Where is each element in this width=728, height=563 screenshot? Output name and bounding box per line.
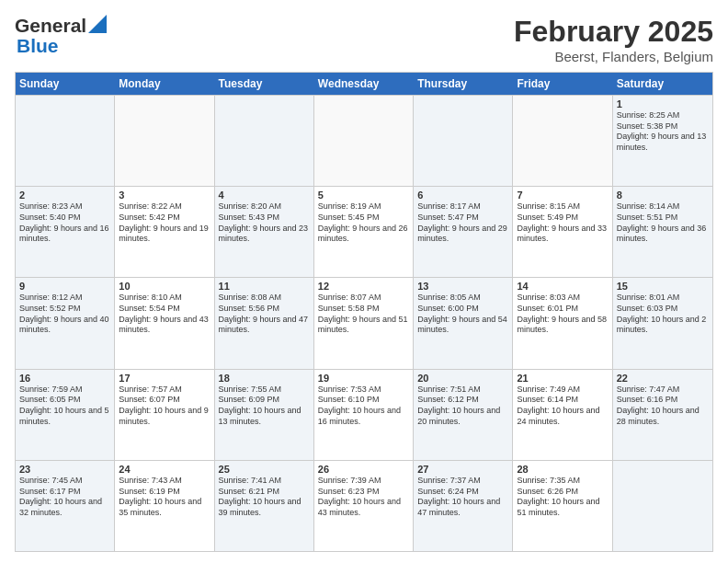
day-info-4-5: Sunrise: 7:35 AM Sunset: 6:26 PM Dayligh… [517, 476, 608, 519]
svg-marker-0 [88, 15, 107, 33]
day-info-2-4: Sunrise: 8:05 AM Sunset: 6:00 PM Dayligh… [417, 293, 508, 336]
day-number-4-2: 25 [219, 464, 310, 475]
day-info-3-3: Sunrise: 7:53 AM Sunset: 6:10 PM Dayligh… [318, 385, 409, 428]
day-number-3-4: 20 [417, 373, 508, 384]
day-number-3-6: 22 [617, 373, 709, 384]
week-row-3: 16Sunrise: 7:59 AM Sunset: 6:05 PM Dayli… [16, 369, 712, 460]
day-info-1-2: Sunrise: 8:20 AM Sunset: 5:43 PM Dayligh… [219, 201, 310, 245]
day-info-4-3: Sunrise: 7:39 AM Sunset: 6:23 PM Dayligh… [318, 476, 409, 519]
day-number-4-4: 27 [417, 464, 508, 475]
title-block: February 2025 Beerst, Flanders, Belgium [514, 15, 713, 64]
table-row: 26Sunrise: 7:39 AM Sunset: 6:23 PM Dayli… [314, 461, 414, 551]
day-info-4-2: Sunrise: 7:41 AM Sunset: 6:21 PM Dayligh… [219, 476, 310, 519]
table-row [215, 96, 314, 186]
day-number-2-3: 12 [318, 281, 409, 292]
day-number-3-5: 21 [517, 373, 608, 384]
day-info-1-4: Sunrise: 8:17 AM Sunset: 5:47 PM Dayligh… [417, 201, 508, 245]
header-sunday: Sunday [16, 73, 115, 95]
day-number-2-1: 10 [119, 281, 210, 292]
table-row: 3Sunrise: 8:22 AM Sunset: 5:42 PM Daylig… [115, 187, 214, 277]
day-number-4-5: 28 [517, 464, 608, 475]
day-info-1-6: Sunrise: 8:14 AM Sunset: 5:51 PM Dayligh… [617, 201, 709, 245]
logo-general: General [15, 15, 86, 37]
day-number-1-6: 8 [617, 190, 709, 201]
day-info-0-6: Sunrise: 8:25 AM Sunset: 5:38 PM Dayligh… [617, 110, 709, 154]
day-info-2-3: Sunrise: 8:07 AM Sunset: 5:58 PM Dayligh… [318, 293, 409, 336]
week-row-1: 2Sunrise: 8:23 AM Sunset: 5:40 PM Daylig… [16, 186, 712, 277]
table-row: 14Sunrise: 8:03 AM Sunset: 6:01 PM Dayli… [513, 278, 612, 368]
day-info-4-0: Sunrise: 7:45 AM Sunset: 6:17 PM Dayligh… [19, 476, 110, 519]
day-number-2-2: 11 [219, 281, 310, 292]
day-number-3-2: 18 [219, 373, 310, 384]
table-row: 7Sunrise: 8:15 AM Sunset: 5:49 PM Daylig… [513, 187, 612, 277]
table-row: 1Sunrise: 8:25 AM Sunset: 5:38 PM Daylig… [613, 96, 712, 186]
week-row-2: 9Sunrise: 8:12 AM Sunset: 5:52 PM Daylig… [16, 277, 712, 368]
day-info-1-5: Sunrise: 8:15 AM Sunset: 5:49 PM Dayligh… [517, 201, 608, 245]
header-tuesday: Tuesday [215, 73, 314, 95]
table-row [16, 96, 115, 186]
day-number-1-3: 5 [318, 190, 409, 201]
table-row: 20Sunrise: 7:51 AM Sunset: 6:12 PM Dayli… [414, 370, 513, 460]
table-row: 6Sunrise: 8:17 AM Sunset: 5:47 PM Daylig… [414, 187, 513, 277]
day-info-3-1: Sunrise: 7:57 AM Sunset: 6:07 PM Dayligh… [119, 385, 210, 428]
day-info-4-4: Sunrise: 7:37 AM Sunset: 6:24 PM Dayligh… [417, 476, 508, 519]
header-saturday: Saturday [613, 73, 712, 95]
day-info-2-2: Sunrise: 8:08 AM Sunset: 5:56 PM Dayligh… [219, 293, 310, 336]
logo-arrow-icon [88, 15, 107, 33]
header: General Blue February 2025 Beerst, Fland… [15, 15, 713, 64]
day-number-4-3: 26 [318, 464, 409, 475]
day-info-3-0: Sunrise: 7:59 AM Sunset: 6:05 PM Dayligh… [19, 385, 110, 428]
table-row: 2Sunrise: 8:23 AM Sunset: 5:40 PM Daylig… [16, 187, 115, 277]
day-number-0-6: 1 [617, 98, 709, 109]
table-row: 24Sunrise: 7:43 AM Sunset: 6:19 PM Dayli… [115, 461, 214, 551]
table-row: 16Sunrise: 7:59 AM Sunset: 6:05 PM Dayli… [16, 370, 115, 460]
table-row: 18Sunrise: 7:55 AM Sunset: 6:09 PM Dayli… [215, 370, 314, 460]
table-row: 22Sunrise: 7:47 AM Sunset: 6:16 PM Dayli… [613, 370, 712, 460]
table-row [414, 96, 513, 186]
day-info-3-6: Sunrise: 7:47 AM Sunset: 6:16 PM Dayligh… [617, 385, 709, 428]
table-row: 21Sunrise: 7:49 AM Sunset: 6:14 PM Dayli… [513, 370, 612, 460]
table-row: 23Sunrise: 7:45 AM Sunset: 6:17 PM Dayli… [16, 461, 115, 551]
page-title: February 2025 [514, 15, 713, 49]
day-info-1-3: Sunrise: 8:19 AM Sunset: 5:45 PM Dayligh… [318, 201, 409, 245]
day-number-2-6: 15 [617, 281, 709, 292]
week-row-4: 23Sunrise: 7:45 AM Sunset: 6:17 PM Dayli… [16, 460, 712, 551]
day-number-1-4: 6 [417, 190, 508, 201]
day-info-1-0: Sunrise: 8:23 AM Sunset: 5:40 PM Dayligh… [19, 201, 110, 245]
day-info-3-2: Sunrise: 7:55 AM Sunset: 6:09 PM Dayligh… [219, 385, 310, 428]
table-row: 13Sunrise: 8:05 AM Sunset: 6:00 PM Dayli… [414, 278, 513, 368]
calendar-body: 1Sunrise: 8:25 AM Sunset: 5:38 PM Daylig… [16, 95, 712, 551]
day-number-3-1: 17 [119, 373, 210, 384]
table-row: 17Sunrise: 7:57 AM Sunset: 6:07 PM Dayli… [115, 370, 214, 460]
table-row: 28Sunrise: 7:35 AM Sunset: 6:26 PM Dayli… [513, 461, 612, 551]
day-number-1-5: 7 [517, 190, 608, 201]
table-row: 5Sunrise: 8:19 AM Sunset: 5:45 PM Daylig… [314, 187, 414, 277]
table-row: 10Sunrise: 8:10 AM Sunset: 5:54 PM Dayli… [115, 278, 214, 368]
table-row: 25Sunrise: 7:41 AM Sunset: 6:21 PM Dayli… [215, 461, 314, 551]
day-number-4-0: 23 [19, 464, 110, 475]
day-info-4-1: Sunrise: 7:43 AM Sunset: 6:19 PM Dayligh… [119, 476, 210, 519]
table-row: 11Sunrise: 8:08 AM Sunset: 5:56 PM Dayli… [215, 278, 314, 368]
table-row: 4Sunrise: 8:20 AM Sunset: 5:43 PM Daylig… [215, 187, 314, 277]
day-number-1-1: 3 [119, 190, 210, 201]
table-row [314, 96, 414, 186]
day-info-2-0: Sunrise: 8:12 AM Sunset: 5:52 PM Dayligh… [19, 293, 110, 336]
day-info-2-5: Sunrise: 8:03 AM Sunset: 6:01 PM Dayligh… [517, 293, 608, 336]
table-row [613, 461, 712, 551]
table-row: 19Sunrise: 7:53 AM Sunset: 6:10 PM Dayli… [314, 370, 414, 460]
day-info-2-1: Sunrise: 8:10 AM Sunset: 5:54 PM Dayligh… [119, 293, 210, 336]
day-number-3-3: 19 [318, 373, 409, 384]
day-number-3-0: 16 [19, 373, 110, 384]
day-number-2-4: 13 [417, 281, 508, 292]
page-subtitle: Beerst, Flanders, Belgium [514, 49, 713, 64]
table-row: 12Sunrise: 8:07 AM Sunset: 5:58 PM Dayli… [314, 278, 414, 368]
page: General Blue February 2025 Beerst, Fland… [0, 0, 728, 563]
day-info-1-1: Sunrise: 8:22 AM Sunset: 5:42 PM Dayligh… [119, 201, 210, 245]
day-number-4-1: 24 [119, 464, 210, 475]
day-number-1-0: 2 [19, 190, 110, 201]
table-row: 9Sunrise: 8:12 AM Sunset: 5:52 PM Daylig… [16, 278, 115, 368]
day-number-2-0: 9 [19, 281, 110, 292]
day-number-2-5: 14 [517, 281, 608, 292]
day-info-3-5: Sunrise: 7:49 AM Sunset: 6:14 PM Dayligh… [517, 385, 608, 428]
logo-blue: Blue [17, 35, 59, 57]
